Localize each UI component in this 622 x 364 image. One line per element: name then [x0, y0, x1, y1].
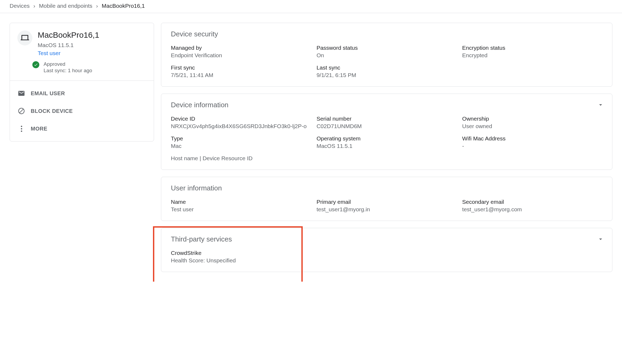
email-icon [17, 89, 25, 97]
field-label: Type [171, 135, 311, 142]
field-value: 7/5/21, 11:41 AM [171, 72, 311, 78]
card-title: User information [171, 184, 602, 192]
field-primary-email: Primary email test_user1@myorg.in [317, 199, 457, 213]
field-value: Health Score: Unspecified [171, 257, 602, 264]
field-wifi-mac: Wifi Mac Address - [462, 135, 602, 149]
field-label: Wifi Mac Address [462, 135, 602, 142]
field-value: NRXCjXGv4ph5g4ixB4X6SG6SRD3JnbkFO3k0-lj2… [171, 123, 311, 129]
email-user-label: EMAIL USER [31, 90, 65, 97]
check-circle-icon [32, 61, 39, 68]
field-value: Endpoint Verification [171, 52, 311, 59]
field-value: MacOS 11.5.1 [317, 143, 457, 149]
field-value: test_user1@myorg.com [462, 206, 602, 213]
user-information-card: User information Name Test user Primary … [161, 177, 612, 221]
field-label: Operating system [317, 135, 457, 142]
field-value: Test user [171, 206, 311, 213]
field-value: Encrypted [462, 52, 602, 59]
card-title: Third-party services [171, 235, 602, 243]
block-device-label: BLOCK DEVICE [31, 108, 73, 114]
field-type: Type Mac [171, 135, 311, 149]
device-last-sync: Last sync: 1 hour ago [44, 68, 92, 74]
device-status: Approved [44, 61, 92, 67]
breadcrumb-devices[interactable]: Devices [10, 3, 30, 9]
field-ownership: Ownership User owned [462, 116, 602, 129]
field-label: Primary email [317, 199, 457, 205]
chevron-right-icon: › [96, 3, 98, 9]
device-info-footer: Host name | Device Resource ID [171, 155, 602, 162]
field-serial-number: Serial number C02D71UNMD6M [317, 116, 457, 129]
more-button[interactable]: MORE [10, 120, 154, 137]
field-label: Name [171, 199, 311, 205]
field-value: User owned [462, 123, 602, 129]
field-password-status: Password status On [317, 45, 457, 59]
field-label: Password status [317, 45, 457, 51]
field-managed-by: Managed by Endpoint Verification [171, 45, 311, 59]
field-value: On [317, 52, 457, 59]
field-crowdstrike: CrowdStrike Health Score: Unspecified [171, 250, 602, 264]
field-operating-system: Operating system MacOS 11.5.1 [317, 135, 457, 149]
field-device-id: Device ID NRXCjXGv4ph5g4ixB4X6SG6SRD3Jnb… [171, 116, 311, 129]
field-user-name: Name Test user [171, 199, 311, 213]
field-label: Serial number [317, 116, 457, 122]
breadcrumb-current: MacBookPro16,1 [102, 3, 145, 9]
field-value: - [462, 143, 602, 149]
collapse-button[interactable] [597, 236, 604, 243]
field-label: CrowdStrike [171, 250, 602, 256]
field-secondary-email: Secondary email test_user1@myorg.com [462, 199, 602, 213]
field-label: Managed by [171, 45, 311, 51]
field-first-sync: First sync 7/5/21, 11:41 AM [171, 64, 311, 78]
field-value: test_user1@myorg.in [317, 206, 457, 213]
third-party-services-card: Third-party services CrowdStrike Health … [161, 228, 612, 272]
breadcrumb: Devices › Mobile and endpoints › MacBook… [0, 0, 622, 12]
collapse-button[interactable] [597, 101, 604, 109]
field-value: C02D71UNMD6M [317, 123, 457, 129]
field-label: Device ID [171, 116, 311, 122]
field-label: First sync [171, 64, 311, 71]
block-device-button[interactable]: BLOCK DEVICE [10, 102, 154, 120]
field-value: Mac [171, 143, 311, 149]
device-icon [17, 30, 32, 45]
card-title: Device security [171, 30, 602, 38]
field-value: 9/1/21, 6:15 PM [317, 72, 457, 78]
block-icon [17, 107, 25, 115]
device-information-card: Device information Device ID NRXCjXGv4ph… [161, 94, 612, 170]
email-user-button[interactable]: EMAIL USER [10, 85, 154, 102]
field-label: Secondary email [462, 199, 602, 205]
device-summary-card: MacBookPro16,1 MacOS 11.5.1 Test user Ap… [10, 23, 154, 141]
device-name: MacBookPro16,1 [38, 30, 99, 39]
device-security-card: Device security Managed by Endpoint Veri… [161, 23, 612, 87]
card-title: Device information [171, 101, 602, 109]
more-label: MORE [31, 126, 47, 132]
field-label: Last sync [317, 64, 457, 71]
field-last-sync: Last sync 9/1/21, 6:15 PM [317, 64, 457, 78]
field-label: Ownership [462, 116, 602, 122]
breadcrumb-mobile-endpoints[interactable]: Mobile and endpoints [39, 3, 93, 9]
more-vert-icon [17, 125, 25, 133]
device-os: MacOS 11.5.1 [38, 42, 99, 48]
field-label: Encryption status [462, 45, 602, 51]
field-encryption-status: Encryption status Encrypted [462, 45, 602, 59]
device-user-link[interactable]: Test user [38, 50, 60, 56]
chevron-right-icon: › [33, 3, 35, 9]
